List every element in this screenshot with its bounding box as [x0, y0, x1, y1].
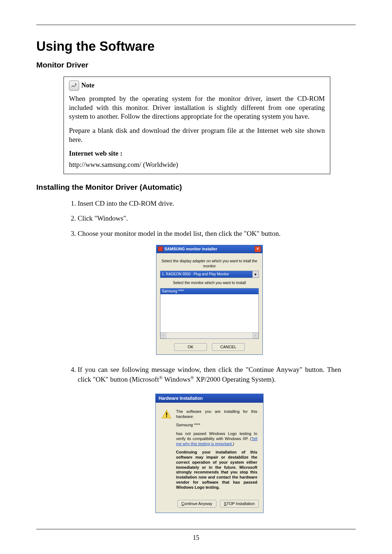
header-rule — [36, 25, 356, 25]
continue-anyway-button[interactable]: Continue Anyway — [177, 500, 216, 508]
stop-installation-button[interactable]: STOP Installation — [220, 500, 259, 508]
registered-mark-1: ® — [159, 375, 163, 380]
continue-anyway-label-rest: ontinue Anyway — [184, 501, 212, 506]
step-4-text-c: XP/2000 Operating System). — [194, 376, 276, 383]
close-button[interactable]: × — [254, 246, 261, 252]
monitor-select-label: Select the monitor which you want to ins… — [160, 280, 259, 285]
registered-mark-2: ® — [191, 375, 194, 380]
scroll-right-button[interactable]: › — [253, 333, 258, 338]
warning-button-row: Continue Anyway STOP Installation — [156, 498, 263, 513]
note-paragraph-2: Prepare a blank disk and download the dr… — [69, 126, 325, 144]
dialog-button-row: OK CANCEL — [160, 343, 259, 351]
note-paragraph-1: When prompted by the operating system fo… — [69, 94, 325, 121]
listbox-empty-area — [160, 294, 258, 333]
adapter-combobox[interactable]: 1. RADEON 9550 : Plug and Play Monitor ▾ — [160, 271, 259, 278]
ok-button[interactable]: OK — [174, 343, 207, 351]
svg-rect-2 — [166, 416, 167, 417]
hardware-installation-dialog: Hardware Installation The software you a… — [155, 394, 264, 513]
cancel-button[interactable]: CANCEL — [212, 343, 245, 351]
step-3: Choose your monitor model in the model l… — [78, 229, 341, 355]
warning-line-1: The software you are installing for this… — [176, 409, 257, 419]
step-1: Insert CD into the CD-ROM drive. — [78, 199, 341, 208]
note-label: Note — [81, 81, 94, 90]
warning-line-2b: ) — [233, 442, 234, 446]
app-icon-square — [158, 246, 163, 251]
page-number: 15 — [0, 534, 392, 542]
note-header: Note — [69, 81, 325, 91]
internet-website-label: Internet web site : — [69, 149, 122, 157]
samsung-installer-dialog: SAMSUNG monitor installer × Select the d… — [156, 245, 263, 355]
dialog-app-icon: SAMSUNG monitor installer — [158, 246, 217, 252]
screenshot-installer: SAMSUNG monitor installer × Select the d… — [78, 245, 341, 355]
stop-installation-label-rest: TOP Installation — [226, 501, 255, 506]
screenshot-hardware-warning: Hardware Installation The software you a… — [78, 394, 341, 513]
section-heading-monitor-driver: Monitor Driver — [36, 61, 356, 69]
svg-rect-1 — [166, 413, 167, 416]
scroll-left-button[interactable]: ‹ — [160, 333, 166, 338]
chevron-right-icon: › — [255, 333, 256, 338]
warning-hardware-name: Samsung **** — [176, 423, 257, 428]
monitor-listbox[interactable]: Samsung **** ‹ › — [160, 288, 259, 339]
note-box: Note When prompted by the operating syst… — [64, 77, 330, 174]
warning-titlebar: Hardware Installation — [156, 394, 263, 403]
step-4: If you can see following message window,… — [78, 365, 341, 513]
combobox-dropdown-button[interactable]: ▾ — [252, 271, 258, 278]
close-icon: × — [257, 247, 259, 251]
dialog-titlebar: SAMSUNG monitor installer × — [156, 245, 262, 253]
chevron-left-icon: ‹ — [163, 333, 164, 338]
warning-line-2: has not passed Windows Logo testing to v… — [176, 431, 257, 446]
warning-body: The software you are installing for this… — [156, 403, 263, 498]
section-heading-installing-automatic: Installing the Monitor Driver (Automatic… — [36, 183, 356, 192]
warning-line-2a: has not passed Windows Logo testing to v… — [176, 431, 257, 441]
warning-message: The software you are installing for this… — [176, 409, 257, 494]
install-steps-list: Insert CD into the CD-ROM drive. Click "… — [65, 199, 356, 513]
page-title: Using the Software — [36, 39, 356, 54]
step-3-text: Choose your monitor model in the model l… — [78, 230, 281, 237]
horizontal-scrollbar[interactable]: ‹ › — [160, 332, 258, 338]
warning-icon — [162, 409, 172, 419]
monitor-list-item[interactable]: Samsung **** — [160, 288, 258, 294]
step-4-text-b: Windows — [163, 376, 190, 383]
document-page: Using the Software Monitor Driver Note W… — [0, 0, 392, 554]
adapter-select-label: Select the display adapter on which you … — [160, 258, 259, 268]
adapter-selected-value: 1. RADEON 9550 : Plug and Play Monitor — [160, 271, 252, 278]
chevron-down-icon: ▾ — [254, 272, 257, 277]
internet-website-url: http://www.samsung.com/ (Worldwide) — [69, 160, 325, 169]
footer-rule — [36, 529, 356, 529]
warning-strong-paragraph: Continuing your installation of this sof… — [176, 450, 257, 490]
note-icon — [69, 81, 79, 91]
dialog-title-text: SAMSUNG monitor installer — [164, 246, 217, 252]
dialog-body: Select the display adapter on which you … — [156, 253, 262, 354]
step-2: Click "Windows". — [78, 214, 341, 223]
